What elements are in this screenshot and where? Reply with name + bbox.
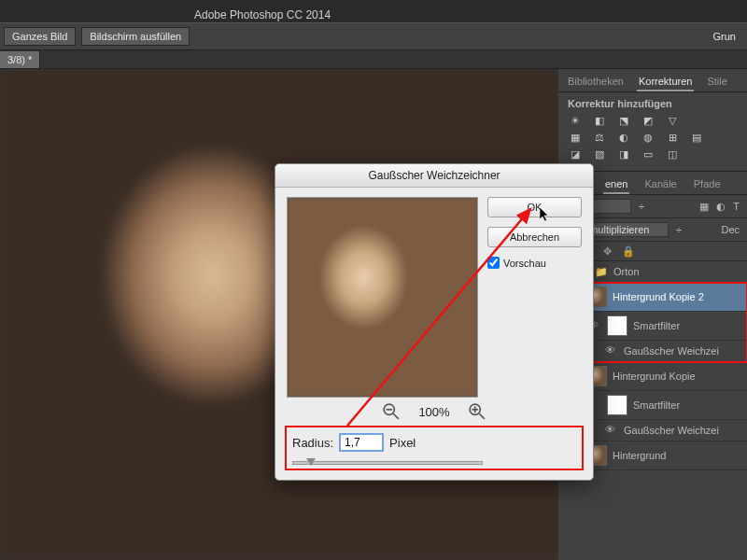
opacity-label: Dec <box>721 224 740 235</box>
selective-icon[interactable]: ◫ <box>665 148 680 161</box>
threshold-icon[interactable]: ◨ <box>616 148 631 161</box>
zoom-out-icon[interactable] <box>383 403 400 420</box>
layer-name: Hintergrund Kopie 2 <box>613 291 704 302</box>
filter-adj-icon[interactable]: ◐ <box>716 201 726 213</box>
document-tab-bar: 3/8) * <box>0 50 747 69</box>
photo-filter-icon[interactable]: ◍ <box>641 132 655 145</box>
filter-pixel-icon[interactable]: ▦ <box>699 201 709 213</box>
filter-preview[interactable] <box>287 197 478 398</box>
dialog-title: Gaußscher Weichzeichner <box>275 164 593 188</box>
adjustments-title: Korrektur hinzufügen <box>568 98 738 109</box>
posterize-icon[interactable]: ▧ <box>592 148 607 161</box>
app-title: Adobe Photoshop CC 2014 <box>0 7 747 22</box>
lock-all-icon[interactable]: 🔒 <box>622 245 635 257</box>
ok-button[interactable]: OK <box>487 197 582 217</box>
tab-libraries[interactable]: Bibliotheken <box>566 73 626 91</box>
radius-label: Radius: <box>292 436 333 450</box>
zoom-level: 100% <box>418 405 449 419</box>
group-name: Orton <box>613 266 640 277</box>
annotation-red-box-radius: Radius: Pixel <box>287 427 582 469</box>
tab-channels[interactable]: Kanäle <box>642 175 678 194</box>
levels-icon[interactable]: ◧ <box>592 115 607 128</box>
tab-adjustments[interactable]: Korrekturen <box>637 73 694 91</box>
mixer-icon[interactable]: ⊞ <box>665 132 680 145</box>
chevron-down-icon[interactable]: ÷ <box>639 201 644 212</box>
visibility-icon[interactable]: 👁 <box>605 424 618 437</box>
lut-icon[interactable]: ▤ <box>689 132 704 145</box>
vibrance-icon[interactable]: ▽ <box>665 115 680 128</box>
smartfilter-label: Smartfilter <box>633 320 680 331</box>
filter-name: Gaußscher Weichzei <box>624 425 719 436</box>
radius-slider[interactable] <box>292 461 483 465</box>
tab-styles[interactable]: Stile <box>705 73 728 91</box>
radius-unit: Pixel <box>389 436 416 450</box>
brightness-icon[interactable]: ☀ <box>568 115 583 128</box>
layer-name: Hintergrund Kopie <box>613 371 696 382</box>
filter-name: Gaußscher Weichzei <box>624 345 719 357</box>
toolbar-right-label: Grun <box>706 28 743 45</box>
preview-label: Vorschau <box>503 258 546 269</box>
zoom-fill-button[interactable]: Bildschirm ausfüllen <box>81 27 190 46</box>
filter-type-icon[interactable]: T <box>733 201 740 212</box>
visibility-icon[interactable]: 👁 <box>605 344 618 357</box>
hue-icon[interactable]: ▦ <box>568 132 583 145</box>
tab-paths[interactable]: Pfade <box>692 175 723 194</box>
panel-tabs-top: Bibliotheken Korrekturen Stile <box>558 69 747 92</box>
curves-icon[interactable]: ⬔ <box>616 115 631 128</box>
tab-layers[interactable]: enen <box>603 175 629 194</box>
layer-name: Hintergrund <box>613 450 666 461</box>
filter-mask-thumbnail[interactable] <box>607 315 627 336</box>
bw-icon[interactable]: ◐ <box>616 132 631 145</box>
document-tab[interactable]: 3/8) * <box>0 51 40 68</box>
preview-image <box>288 198 477 397</box>
radius-input[interactable] <box>339 433 384 452</box>
preview-checkbox-row[interactable]: Vorschau <box>487 257 582 269</box>
zoom-in-icon[interactable] <box>469 403 486 420</box>
chevron-down-icon[interactable]: ÷ <box>676 224 682 235</box>
cancel-button[interactable]: Abbrechen <box>487 227 582 247</box>
lock-position-icon[interactable]: ✥ <box>603 245 616 257</box>
invert-icon[interactable]: ◪ <box>568 148 583 161</box>
exposure-icon[interactable]: ◩ <box>641 115 655 128</box>
filter-mask-thumbnail[interactable] <box>607 395 627 415</box>
preview-checkbox[interactable] <box>487 257 500 269</box>
balance-icon[interactable]: ⚖ <box>592 132 607 145</box>
gradient-map-icon[interactable]: ▭ <box>641 148 655 161</box>
adjustments-panel: Korrektur hinzufügen ☀ ◧ ⬔ ◩ ▽ ▦ ⚖ ◐ ◍ ⊞… <box>558 92 747 171</box>
smartfilter-label: Smartfilter <box>633 399 680 411</box>
svg-line-4 <box>479 413 485 419</box>
zoom-fit-button[interactable]: Ganzes Bild <box>4 27 76 46</box>
options-bar: Ganzes Bild Bildschirm ausfüllen Grun <box>0 22 747 50</box>
svg-line-1 <box>394 413 400 419</box>
gaussian-blur-dialog: Gaußscher Weichzeichner OK Abbrechen Vor… <box>275 163 594 481</box>
slider-knob[interactable] <box>306 458 316 466</box>
